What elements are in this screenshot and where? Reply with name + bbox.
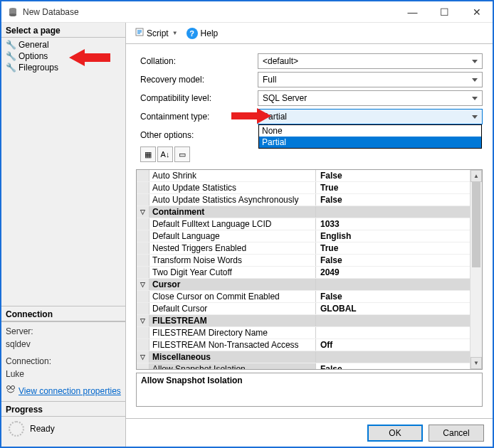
ok-button[interactable]: OK — [367, 425, 423, 442]
grid-expand-cell — [137, 303, 149, 314]
collation-dropdown[interactable]: <default> — [258, 53, 483, 69]
containment-dropdown-listbox: None Partial — [258, 124, 482, 149]
containment-dropdown[interactable]: Partial None Partial — [258, 109, 483, 124]
grid-property-row[interactable]: Default Fulltext Language LCID1033 — [137, 218, 470, 230]
wrench-icon: 🔧 — [6, 40, 16, 50]
chevron-down-icon: ▼ — [172, 30, 178, 36]
script-label: Script — [147, 28, 169, 38]
grid-category-row[interactable]: ▽Containment — [137, 206, 470, 218]
recovery-dropdown[interactable]: Full — [258, 72, 483, 87]
grid-property-name: FILESTREAM Directory Name — [149, 327, 316, 338]
scroll-thumb[interactable] — [472, 182, 480, 267]
grid-property-row[interactable]: Auto ShrinkFalse — [137, 170, 470, 182]
grid-property-value[interactable]: 2049 — [316, 267, 470, 278]
sidebar-item-filegroups[interactable]: 🔧 Filegroups — [1, 62, 125, 73]
connection-header: Connection — [1, 306, 125, 321]
scroll-down-button[interactable]: ▼ — [471, 357, 482, 369]
grid-property-value — [316, 206, 470, 218]
help-button[interactable]: ? Help — [184, 26, 221, 41]
grid-expand-cell — [137, 194, 149, 206]
grid-property-name: Allow Snapshot Isolation — [149, 363, 316, 369]
grid-property-row[interactable]: Nested Triggers EnabledTrue — [137, 242, 470, 255]
svg-point-4 — [7, 386, 11, 390]
scroll-up-button[interactable]: ▲ — [471, 170, 482, 182]
grid-expand-cell[interactable]: ▽ — [137, 279, 149, 290]
grid-category-row[interactable]: ▽Miscellaneous — [137, 351, 470, 363]
grid-property-value[interactable]: False — [316, 194, 470, 206]
grid-property-row[interactable]: Two Digit Year Cutoff2049 — [137, 267, 470, 279]
grid-property-name: Containment — [149, 206, 316, 218]
link-text: View connection properties — [19, 386, 121, 396]
grid-property-value[interactable]: 1033 — [316, 218, 470, 230]
sidebar-item-general[interactable]: 🔧 General — [1, 39, 125, 50]
minimize-button[interactable]: — — [396, 1, 429, 22]
grid-property-value[interactable]: False — [316, 291, 470, 302]
containment-option-none[interactable]: None — [259, 125, 481, 137]
grid-expand-cell — [137, 230, 149, 242]
property-grid-scrollbar[interactable]: ▲ ▼ — [470, 170, 482, 369]
grid-property-value[interactable] — [316, 327, 470, 338]
grid-property-row[interactable]: Close Cursor on Commit EnabledFalse — [137, 291, 470, 303]
grid-property-value[interactable]: Off — [316, 339, 470, 351]
grid-property-name: Two Digit Year Cutoff — [149, 267, 316, 278]
connection-icon — [6, 385, 16, 397]
progress-status: Ready — [30, 424, 55, 434]
server-label: Server: — [6, 325, 121, 338]
grid-expand-cell — [137, 170, 149, 181]
grid-categorized-button[interactable]: ▦ — [140, 146, 156, 162]
maximize-button[interactable]: ☐ — [429, 1, 461, 22]
grid-props-button[interactable]: ▭ — [174, 146, 190, 162]
cancel-button[interactable]: Cancel — [429, 425, 484, 442]
grid-expand-cell[interactable]: ▽ — [137, 206, 149, 218]
script-button[interactable]: Script ▼ — [132, 26, 181, 41]
grid-property-value[interactable]: GLOBAL — [316, 303, 470, 314]
property-grid[interactable]: Auto ShrinkFalseAuto Update StatisticsTr… — [136, 169, 483, 370]
grid-expand-cell[interactable]: ▽ — [137, 351, 149, 363]
sidebar-item-options[interactable]: 🔧 Options — [1, 50, 125, 62]
page-list: 🔧 General 🔧 Options 🔧 Filegroups — [1, 38, 125, 78]
server-value: sqldev — [6, 338, 121, 351]
connection-label: Connection: — [6, 355, 121, 368]
grid-property-row[interactable]: Auto Update Statistics AsynchronouslyFal… — [137, 194, 470, 206]
grid-property-value[interactable]: True — [316, 182, 470, 193]
grid-expand-cell[interactable]: ▽ — [137, 315, 149, 326]
wrench-icon: 🔧 — [6, 63, 16, 73]
grid-property-value[interactable]: English — [316, 230, 470, 242]
property-grid-toolbar: ▦ A↓ ▭ — [140, 146, 483, 162]
grid-property-value[interactable]: False — [316, 170, 470, 181]
grid-property-name: Nested Triggers Enabled — [149, 242, 316, 254]
dialog-window: New Database — ☐ ✕ Select a page 🔧 Gener… — [0, 0, 494, 448]
progress-row: Ready — [1, 417, 125, 444]
grid-property-row[interactable]: FILESTREAM Directory Name — [137, 327, 470, 339]
grid-category-row[interactable]: ▽FILESTREAM — [137, 315, 470, 327]
sidebar: Select a page 🔧 General 🔧 Options 🔧 File… — [1, 23, 126, 447]
svg-point-5 — [11, 386, 15, 390]
grid-property-row[interactable]: FILESTREAM Non-Transacted AccessOff — [137, 339, 470, 351]
help-label: Help — [201, 28, 219, 38]
grid-property-value[interactable]: True — [316, 242, 470, 254]
close-button[interactable]: ✕ — [461, 1, 493, 22]
grid-property-name: Close Cursor on Commit Enabled — [149, 291, 316, 302]
window-buttons: — ☐ ✕ — [396, 1, 493, 22]
view-connection-properties-link[interactable]: View connection properties — [6, 385, 121, 397]
containment-option-partial[interactable]: Partial — [259, 137, 481, 148]
sidebar-item-label: General — [19, 40, 49, 50]
grid-category-row[interactable]: ▽Cursor — [137, 279, 470, 291]
grid-property-value[interactable]: False — [316, 255, 470, 266]
grid-property-row[interactable]: Transform Noise WordsFalse — [137, 255, 470, 267]
script-icon — [135, 27, 144, 39]
containment-label: Containment type: — [140, 112, 258, 122]
grid-alpha-button[interactable]: A↓ — [157, 146, 173, 162]
grid-property-row[interactable]: Allow Snapshot IsolationFalse — [137, 363, 470, 369]
progress-header: Progress — [1, 402, 125, 417]
grid-property-row[interactable]: Default CursorGLOBAL — [137, 303, 470, 315]
grid-property-value[interactable]: False — [316, 363, 470, 369]
grid-property-row[interactable]: Default LanguageEnglish — [137, 230, 470, 242]
sidebar-item-label: Options — [19, 51, 48, 61]
grid-property-row[interactable]: Auto Update StatisticsTrue — [137, 182, 470, 194]
grid-property-name: Auto Update Statistics Asynchronously — [149, 194, 316, 206]
recovery-label: Recovery model: — [140, 75, 258, 85]
connection-section: Server: sqldev Connection: Luke View con… — [1, 321, 125, 401]
grid-expand-cell — [137, 218, 149, 230]
compat-dropdown[interactable]: SQL Server — [258, 90, 483, 106]
